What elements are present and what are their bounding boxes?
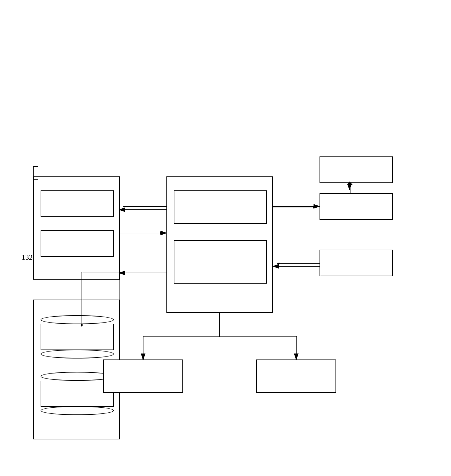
bracket-130 xyxy=(30,165,40,181)
left-wheel-motor-box xyxy=(41,190,114,217)
svg-marker-18 xyxy=(313,206,316,208)
svg-marker-16 xyxy=(347,181,352,185)
inhaling-unit-box xyxy=(320,193,393,220)
svg-marker-24 xyxy=(160,232,163,234)
directional-antenna-1-box xyxy=(103,359,183,393)
running-control-unit-box xyxy=(174,190,267,224)
battery-to-pos-calc xyxy=(273,263,320,264)
to-left-antenna xyxy=(142,336,144,360)
microprocessor-box xyxy=(166,176,273,313)
battery-box xyxy=(320,250,393,276)
svg-marker-28 xyxy=(142,357,144,360)
pos-to-memory-v xyxy=(81,272,83,327)
position-info-db-label xyxy=(76,335,79,339)
position-info-db-cylinder xyxy=(41,315,114,358)
antenna-h-line xyxy=(143,336,297,337)
ref-132: 132 xyxy=(22,253,33,262)
svg-marker-33 xyxy=(81,324,83,327)
distance-info-label xyxy=(76,392,79,395)
distance-info-cylinder xyxy=(41,372,114,415)
running-to-inhaling xyxy=(273,206,320,208)
pos-to-memory-h xyxy=(81,272,167,274)
dust-receiving-unit-box xyxy=(320,156,393,183)
driving-unit-box xyxy=(33,176,120,280)
drive-to-micro-arrow xyxy=(119,232,167,234)
svg-marker-20 xyxy=(277,263,280,264)
directional-antenna-2-box xyxy=(256,359,336,393)
arrow-up-dust xyxy=(347,181,352,185)
right-wheel-motor-box xyxy=(41,230,114,257)
svg-marker-22 xyxy=(123,206,126,207)
micro-to-drive-arrow xyxy=(119,206,167,207)
micro-down-line xyxy=(219,313,220,337)
svg-marker-30 xyxy=(296,357,297,360)
position-info-calc-box xyxy=(174,240,267,284)
to-right-antenna xyxy=(296,336,297,360)
